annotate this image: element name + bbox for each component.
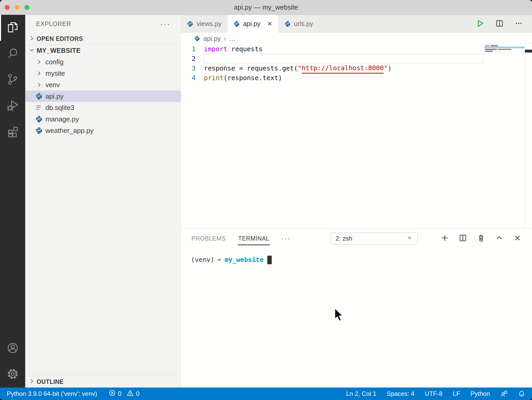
chevron-right-icon [35,81,43,89]
token-text: ) [388,63,391,73]
shell-select-value: 2: zsh [336,235,352,242]
activity-bar [0,15,25,388]
python-file-icon [284,21,291,27]
error-icon [109,389,116,398]
token-keyword: import [204,44,227,54]
warning-icon [127,389,134,398]
title-bar: api.py — my_website [0,0,532,15]
bottom-panel: PROBLEMS TERMINAL ··· 2: zsh [181,228,532,388]
chevron-right-icon [29,378,35,385]
open-editors-label: OPEN EDITORS [37,35,83,42]
tree-item-api-py[interactable]: api.py [25,91,181,102]
outline-section[interactable]: OUTLINE [25,376,181,388]
outline-label: OUTLINE [37,378,64,385]
code-area[interactable]: 1 import requests 2 3 response = request… [181,44,484,83]
window-title: api.py — my_website [234,3,298,11]
more-actions-icon[interactable] [514,19,523,29]
breadcrumb-symbol[interactable]: … [229,35,236,42]
extensions-icon [6,125,19,139]
chevron-down-icon [407,235,413,242]
zoom-window-button[interactable] [24,5,29,10]
status-problems[interactable]: 0 0 [109,389,139,398]
line-number-active: 2 [181,54,204,63]
explorer-more-actions-icon[interactable]: ··· [160,21,170,27]
terminal-output[interactable]: (venv) ➜ my_website [181,248,532,388]
line-number: 1 [181,44,204,54]
settings-button[interactable] [0,362,25,388]
tab-urls-py[interactable]: urls.py [278,15,319,33]
warning-count: 0 [136,390,139,397]
tree-item-venv[interactable]: venv [25,79,181,91]
minimap[interactable] [484,45,524,52]
status-cursor-position[interactable]: Ln 2, Col 1 [346,390,376,397]
line-number: 4 [181,73,204,83]
tree-item-manage-py[interactable]: manage.py [25,113,181,125]
tree-item-label: weather_app.py [45,127,94,135]
overview-ruler[interactable] [525,43,532,228]
tree-item-weather-app-py[interactable]: weather_app.py [25,125,181,136]
error-count: 0 [118,390,121,397]
file-icon [35,104,43,112]
tree-item-mysite[interactable]: mysite [25,68,181,79]
breadcrumb-file[interactable]: api.py [203,35,221,42]
run-debug-icon [6,99,19,113]
split-editor-icon[interactable] [495,19,504,29]
tree-item-label: api.py [45,92,63,100]
status-python-interpreter[interactable]: Python 3.9.0 64-bit ('venv': venv) [7,390,97,397]
code-line-2-current[interactable]: 2 [181,54,484,63]
tree-item-db-sqlite3[interactable]: db.sqlite3 [25,102,181,113]
tab-label: api.py [243,20,261,28]
tree-item-label: config [45,58,63,66]
python-file-icon [35,92,43,100]
status-eol[interactable]: LF [453,390,460,397]
panel-more-icon[interactable]: ··· [281,234,291,243]
tree-item-label: db.sqlite3 [45,104,74,112]
token-builtin: print [204,73,223,83]
tree-item-config[interactable]: config [25,56,181,68]
tab-label: views.py [197,20,222,28]
terminal-shell-select[interactable]: 2: zsh [331,233,418,244]
code-line-4[interactable]: 4 print(response.text) [181,73,484,83]
sidebar-item-extensions[interactable] [0,119,25,145]
tab-views-py[interactable]: views.py [181,15,228,33]
status-encoding[interactable]: UTF-8 [425,390,442,397]
kill-terminal-icon[interactable] [477,234,485,243]
workspace-root[interactable]: MY_WEBSITE [25,45,181,56]
python-file-icon [35,115,43,123]
new-terminal-icon[interactable] [441,234,449,243]
tree-item-label: manage.py [45,115,79,123]
tab-api-py[interactable]: api.py ✕ [228,15,278,33]
breadcrumb[interactable]: api.py › … [181,33,532,44]
tree-item-label: mysite [45,69,65,78]
maximize-panel-icon[interactable] [495,234,503,243]
run-python-file-button[interactable] [476,19,485,29]
line-number: 3 [181,63,204,73]
notifications-bell-icon[interactable] [518,390,525,397]
traffic-lights [5,0,29,15]
token-string: " [384,63,388,73]
source-control-icon [6,73,19,87]
tab-terminal[interactable]: TERMINAL [238,231,270,246]
token-text: response = requests.get( [204,63,298,73]
code-line-1[interactable]: 1 import requests [181,44,484,54]
sidebar-item-search[interactable] [0,41,25,67]
split-terminal-icon[interactable] [459,234,467,243]
status-language-mode[interactable]: Python [470,390,490,397]
code-editor[interactable]: api.py › … 1 import requests 2 3 [181,33,532,228]
sidebar-item-source-control[interactable] [0,67,25,93]
chevron-right-icon [29,35,35,42]
sidebar-item-run-debug[interactable] [0,93,25,119]
feedback-icon[interactable] [500,390,508,397]
close-window-button[interactable] [5,5,10,10]
explorer-title: EXPLORER [36,20,71,28]
workspace-root-label: MY_WEBSITE [37,47,81,54]
open-editors-section[interactable]: OPEN EDITORS [25,33,181,44]
code-line-3[interactable]: 3 response = requests.get("http://localh… [181,63,484,73]
close-tab-icon[interactable]: ✕ [267,20,272,28]
minimize-window-button[interactable] [15,5,19,10]
close-panel-icon[interactable] [513,234,522,243]
accounts-button[interactable] [0,336,25,362]
status-indentation[interactable]: Spaces: 4 [387,390,415,397]
tab-problems[interactable]: PROBLEMS [191,231,226,246]
sidebar-item-explorer[interactable] [0,15,25,41]
